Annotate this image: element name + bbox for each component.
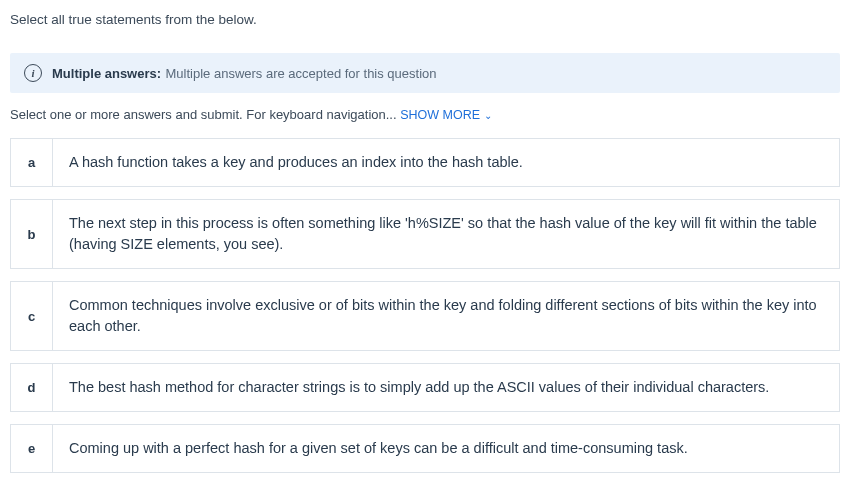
show-more-link[interactable]: SHOW MORE⌄ xyxy=(400,108,492,122)
nav-hint: Select one or more answers and submit. F… xyxy=(10,107,840,122)
option-text: The best hash method for character strin… xyxy=(53,364,785,411)
option-a[interactable]: a A hash function takes a key and produc… xyxy=(10,138,840,187)
info-label: Multiple answers: xyxy=(52,66,161,81)
info-icon: i xyxy=(24,64,42,82)
option-label: e xyxy=(11,425,53,472)
option-b[interactable]: b The next step in this process is often… xyxy=(10,199,840,269)
option-text: Common techniques involve exclusive or o… xyxy=(53,282,839,350)
info-content: Multiple answers: Multiple answers are a… xyxy=(52,64,437,82)
options-list: a A hash function takes a key and produc… xyxy=(10,138,840,473)
nav-hint-text: Select one or more answers and submit. F… xyxy=(10,107,400,122)
option-label: d xyxy=(11,364,53,411)
question-prompt: Select all true statements from the belo… xyxy=(10,12,840,27)
option-e[interactable]: e Coming up with a perfect hash for a gi… xyxy=(10,424,840,473)
chevron-down-icon: ⌄ xyxy=(484,110,492,121)
info-text: Multiple answers are accepted for this q… xyxy=(166,66,437,81)
option-d[interactable]: d The best hash method for character str… xyxy=(10,363,840,412)
show-more-label: SHOW MORE xyxy=(400,108,480,122)
option-text: The next step in this process is often s… xyxy=(53,200,839,268)
option-text: A hash function takes a key and produces… xyxy=(53,139,539,186)
option-label: b xyxy=(11,200,53,268)
option-c[interactable]: c Common techniques involve exclusive or… xyxy=(10,281,840,351)
info-banner: i Multiple answers: Multiple answers are… xyxy=(10,53,840,93)
option-label: a xyxy=(11,139,53,186)
option-text: Coming up with a perfect hash for a give… xyxy=(53,425,704,472)
option-label: c xyxy=(11,282,53,350)
